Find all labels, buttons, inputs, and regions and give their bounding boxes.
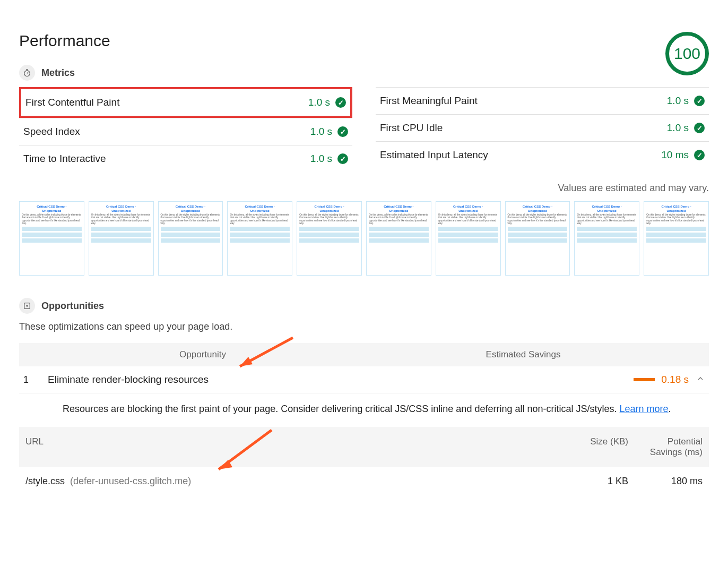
opportunities-label: Opportunities [41,301,104,312]
opportunity-icon [19,298,35,314]
metric-row[interactable]: Estimated Input Latency 10 ms ✓ [376,141,709,168]
url-table-header: URL Size (KB) PotentialSavings (ms) [19,427,709,467]
filmstrip-frame: Critical CSS Demo -Unoptimized On this d… [19,201,84,276]
filmstrip-frame: Critical CSS Demo -Unoptimized On this d… [158,201,223,276]
filmstrip-frame: Critical CSS Demo -Unoptimized On this d… [436,201,501,276]
metric-value: 1.0 s [308,97,330,108]
opportunities-heading: Opportunities [19,298,709,314]
metrics-grid: First Contentful Paint 1.0 s ✓ Speed Ind… [19,87,709,172]
metrics-heading: Metrics [19,65,110,81]
stopwatch-icon [19,65,35,81]
metrics-footnote: Values are estimated and may vary. [19,183,709,194]
filmstrip-frame: Critical CSS Demo -Unoptimized On this d… [366,201,431,276]
metric-row[interactable]: Time to Interactive 1.0 s ✓ [19,145,352,172]
metric-value: 10 ms [661,149,689,161]
check-icon: ✓ [694,96,705,106]
page-title: Performance [19,32,110,50]
opportunity-savings: 0.18 s [661,374,689,385]
metric-value: 1.0 s [310,153,332,165]
filmstrip: Critical CSS Demo -Unoptimized On this d… [19,201,709,276]
url-path: /style.css [25,476,65,486]
opportunity-number: 1 [23,374,48,385]
url-savings: 180 ms [628,476,703,487]
metric-name: Time to Interactive [23,153,106,165]
check-icon: ✓ [337,153,348,164]
performance-score-gauge: 100 [665,32,709,75]
url-size: 1 KB [559,476,628,487]
url-row: /style.css (defer-unused-css.glitch.me) … [19,467,709,495]
metric-name: First Meaningful Paint [380,95,478,107]
metric-row[interactable]: First Contentful Paint 1.0 s ✓ [19,87,352,118]
check-icon: ✓ [694,150,705,160]
metrics-label: Metrics [41,67,75,79]
col-savings: Estimated Savings [230,349,705,360]
metric-value: 1.0 s [310,126,332,138]
metric-name: Speed Index [23,126,80,138]
metric-value: 1.0 s [667,95,689,107]
opportunities-table-header: Opportunity Estimated Savings [19,343,709,366]
filmstrip-frame: Critical CSS Demo -Unoptimized On this d… [89,201,154,276]
opportunity-row[interactable]: 1 Eliminate render-blocking resources 0.… [19,366,709,393]
opportunity-detail: Resources are blocking the first paint o… [19,393,709,427]
learn-more-link[interactable]: Learn more [620,404,669,414]
metric-row[interactable]: First Meaningful Paint 1.0 s ✓ [376,87,709,114]
metric-name: First Contentful Paint [25,97,119,108]
check-icon: ✓ [337,126,348,137]
filmstrip-frame: Critical CSS Demo -Unoptimized On this d… [644,201,709,276]
svg-point-0 [24,71,30,76]
metric-row[interactable]: First CPU Idle 1.0 s ✓ [376,114,709,141]
col-url: URL [25,436,559,458]
filmstrip-frame: Critical CSS Demo -Unoptimized On this d… [227,201,292,276]
check-icon: ✓ [335,97,346,108]
col-opportunity: Opportunity [23,349,230,360]
opportunities-description: These optimizations can speed up your pa… [19,321,709,332]
metric-value: 1.0 s [667,122,689,134]
chevron-up-icon[interactable] [696,374,705,385]
svg-line-3 [27,72,28,73]
col-potential-savings: PotentialSavings (ms) [628,436,703,458]
check-icon: ✓ [694,123,705,133]
filmstrip-frame: Critical CSS Demo -Unoptimized On this d… [297,201,362,276]
score-value: 100 [674,45,700,63]
metric-name: First CPU Idle [380,122,443,134]
savings-bar [634,378,655,381]
metric-row[interactable]: Speed Index 1.0 s ✓ [19,118,352,145]
metric-name: Estimated Input Latency [380,149,488,161]
col-size: Size (KB) [559,436,628,458]
opportunity-title: Eliminate render-blocking resources [48,374,634,385]
filmstrip-frame: Critical CSS Demo -Unoptimized On this d… [574,201,639,276]
filmstrip-frame: Critical CSS Demo -Unoptimized On this d… [505,201,570,276]
